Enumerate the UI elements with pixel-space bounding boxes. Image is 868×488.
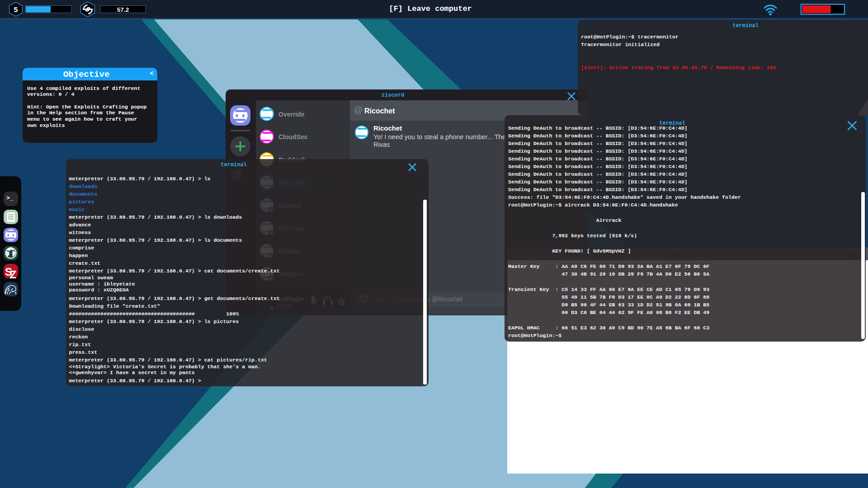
svg-text:CloudSec: CloudSec — [278, 133, 308, 141]
svg-text:@: @ — [354, 105, 363, 115]
svg-text:57.2: 57.2 — [117, 6, 129, 13]
svg-text:>_: >_ — [6, 195, 14, 202]
svg-text:Z: Z — [10, 268, 17, 281]
svg-text:Override: Override — [278, 111, 305, 118]
svg-text:5: 5 — [14, 6, 18, 14]
svg-text:Ricochet: Ricochet — [364, 107, 395, 115]
